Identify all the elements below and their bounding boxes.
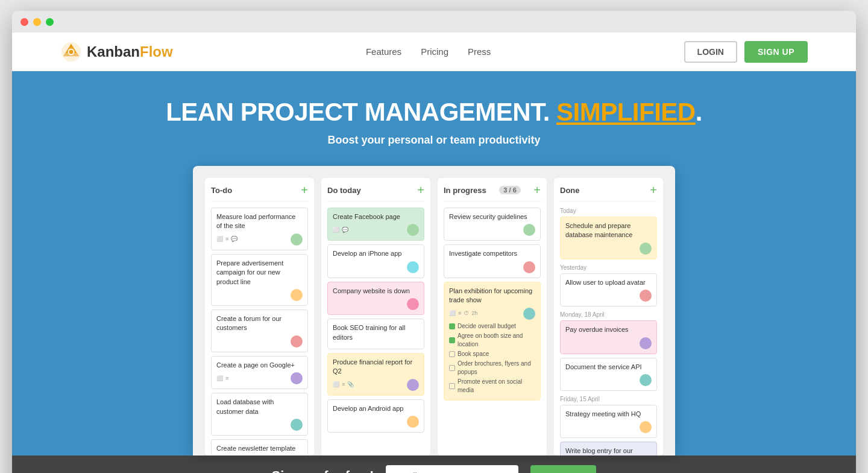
avatar xyxy=(640,243,652,255)
column-todo-add[interactable]: + xyxy=(301,184,308,196)
svg-point-2 xyxy=(69,49,73,54)
checklist-text: Decide overall budget xyxy=(458,322,516,331)
card-done-6[interactable]: Write blog entry for our product xyxy=(560,442,657,456)
avatar xyxy=(640,290,652,302)
card-inprogress-2[interactable]: Investigate competitors xyxy=(444,244,541,278)
hero-title-period: . xyxy=(696,98,702,126)
cta-email-input[interactable] xyxy=(386,465,518,473)
card-dotoday-3[interactable]: Company website is down xyxy=(327,282,424,315)
card-meta: ⬜≡⏱2h xyxy=(449,308,535,320)
avatar xyxy=(407,261,419,273)
column-done-title: Done xyxy=(560,186,580,195)
card-icons: ⬜≡📎 xyxy=(333,381,354,389)
logo[interactable]: KanbanFlow xyxy=(60,41,173,63)
card-meta xyxy=(333,261,419,273)
checkbox[interactable] xyxy=(449,351,455,357)
card-done-1[interactable]: Schedule and prepare database maintenanc… xyxy=(560,217,657,259)
icon-comment: 💬 xyxy=(342,226,348,234)
card-title: Allow user to upload avatar xyxy=(565,278,652,287)
checkbox[interactable] xyxy=(449,337,455,343)
nav-features[interactable]: Features xyxy=(366,46,401,57)
column-dotoday-add[interactable]: + xyxy=(417,184,424,196)
avatar xyxy=(291,335,303,348)
card-meta xyxy=(216,419,303,431)
nav-press[interactable]: Press xyxy=(468,46,491,57)
card-meta xyxy=(565,337,652,349)
column-dotoday-header: Do today + xyxy=(327,184,424,202)
card-todo-3[interactable]: Create a forum for our customers xyxy=(211,310,308,352)
avatar xyxy=(407,379,419,391)
card-title: Develop an iPhone app xyxy=(333,249,419,258)
card-icons: ⬜ ≡ 💬 xyxy=(216,235,237,243)
checklist-item-1: Decide overall budget xyxy=(449,322,535,331)
card-inprogress-1[interactable]: Review security guidelines xyxy=(444,208,541,241)
column-inprogress: In progress 3 / 6 + Review security guid… xyxy=(438,178,547,456)
card-todo-6[interactable]: Create newsletter template xyxy=(211,439,308,456)
card-done-5[interactable]: Strategy meeting with HQ xyxy=(560,405,657,438)
card-title: Measure load performance of the site xyxy=(216,212,303,231)
card-todo-1[interactable]: Measure load performance of the site ⬜ ≡… xyxy=(211,208,308,250)
close-button[interactable] xyxy=(20,18,28,26)
avatar xyxy=(407,224,419,236)
column-todo-header: To-do + xyxy=(211,184,308,202)
checkbox[interactable] xyxy=(449,323,455,329)
card-title: Create a page on Google+ xyxy=(216,361,303,370)
column-inprogress-add[interactable]: + xyxy=(533,184,541,196)
card-meta xyxy=(565,290,652,302)
minimize-button[interactable] xyxy=(33,18,41,26)
card-meta xyxy=(449,261,535,273)
avatar xyxy=(523,308,535,320)
card-dotoday-6[interactable]: Develop an Android app xyxy=(327,399,424,433)
checklist-item-4: Order brochures, flyers and popups xyxy=(449,360,535,376)
card-dotoday-1[interactable]: Create Facebook page ⬜💬 xyxy=(327,208,424,241)
checklist-text: Promote event on social media xyxy=(458,378,535,395)
avatar xyxy=(640,337,652,349)
card-dotoday-2[interactable]: Develop an iPhone app xyxy=(327,244,424,278)
checklist-item-5: Promote event on social media xyxy=(449,378,535,395)
column-todo-title: To-do xyxy=(211,186,232,195)
avatar xyxy=(291,289,303,301)
card-todo-5[interactable]: Load database with customer data xyxy=(211,393,308,436)
card-inprogress-3[interactable]: Plan exhibition for upcoming trade show … xyxy=(444,282,541,401)
avatar xyxy=(407,416,419,428)
card-icon-list: ≡ xyxy=(225,235,228,243)
column-todo: To-do + Measure load performance of the … xyxy=(205,178,314,456)
icon-time: 2h xyxy=(471,310,477,317)
card-todo-4[interactable]: Create a page on Google+ ⬜≡ xyxy=(211,356,308,389)
card-todo-2[interactable]: Prepare advertisement campaign for our n… xyxy=(211,254,308,306)
maximize-button[interactable] xyxy=(46,18,54,26)
column-done-add[interactable]: + xyxy=(650,184,657,196)
date-label-yesterday: Yesterday xyxy=(560,264,657,271)
avatar xyxy=(523,261,535,273)
card-meta xyxy=(333,298,419,310)
card-meta: ⬜💬 xyxy=(333,224,419,236)
cta-signup-button[interactable]: SIGN UP xyxy=(530,465,596,473)
card-title: Book SEO training for all editors xyxy=(333,323,419,342)
cta-text: Sign up for free! xyxy=(272,468,374,473)
kanban-board: To-do + Measure load performance of the … xyxy=(205,178,663,456)
column-done: Done + Today Schedule and prepare databa… xyxy=(554,178,663,456)
checkbox[interactable] xyxy=(449,365,455,371)
avatar xyxy=(640,421,652,433)
card-done-4[interactable]: Document the service API xyxy=(560,358,657,391)
checkbox[interactable] xyxy=(449,383,455,389)
card-dotoday-4[interactable]: Book SEO training for all editors xyxy=(327,319,424,349)
date-label-monday: Monday, 18 April xyxy=(560,311,657,318)
card-title: Produce financial report for Q2 xyxy=(333,358,419,376)
login-button[interactable]: LOGIN xyxy=(684,41,737,63)
card-done-3[interactable]: Pay overdue invoices xyxy=(560,320,657,354)
avatar xyxy=(523,224,535,236)
icon-subtask: ⬜ xyxy=(216,375,223,383)
card-done-2[interactable]: Allow user to upload avatar xyxy=(560,273,657,306)
card-meta: ⬜ ≡ 💬 xyxy=(216,233,303,246)
card-meta xyxy=(565,421,652,433)
date-label-today: Today xyxy=(560,208,657,214)
icon-list: ≡ xyxy=(225,375,228,383)
card-dotoday-5[interactable]: Produce financial report for Q2 ⬜≡📎 xyxy=(327,353,424,396)
column-dotoday-title: Do today xyxy=(327,186,361,195)
card-title: Strategy meeting with HQ xyxy=(565,410,652,419)
nav-pricing[interactable]: Pricing xyxy=(421,46,448,57)
column-done-header: Done + xyxy=(560,184,657,202)
signup-button[interactable]: SIGN UP xyxy=(744,41,808,63)
icon-list: ≡ xyxy=(458,310,461,317)
